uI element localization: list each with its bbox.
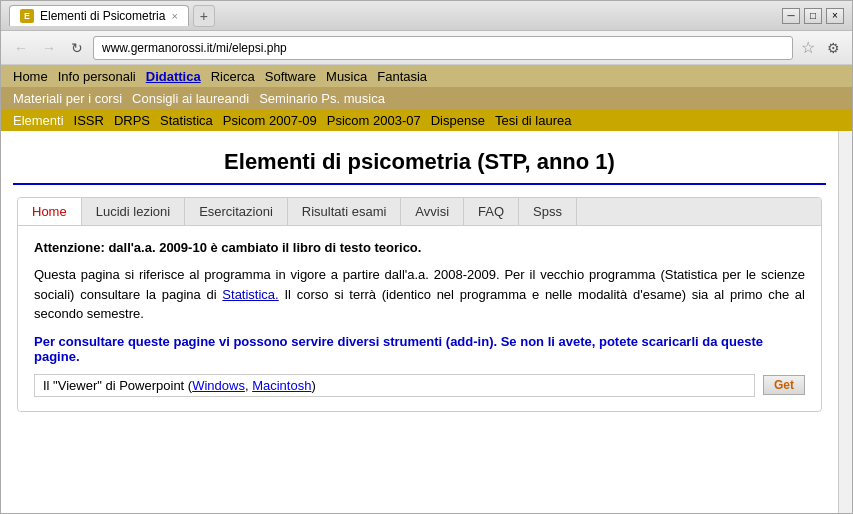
tab-title: Elementi di Psicometria xyxy=(40,9,165,23)
nav-elementi[interactable]: Elementi xyxy=(9,112,68,129)
browser-window: E Elementi di Psicometria × + ─ □ × ← → … xyxy=(0,0,853,514)
page-inner: Elementi di psicometria (STP, anno 1) Ho… xyxy=(1,131,838,420)
tab-lucidi[interactable]: Lucidi lezioni xyxy=(82,198,185,225)
new-tab-button[interactable]: + xyxy=(193,5,215,27)
content-wrapper: Elementi di psicometria (STP, anno 1) Ho… xyxy=(1,131,852,513)
get-button[interactable]: Get xyxy=(763,375,805,395)
restore-button[interactable]: □ xyxy=(804,8,822,24)
macintosh-link[interactable]: Macintosh xyxy=(252,378,311,393)
body-paragraph-1: Questa pagina si riferisce al programma … xyxy=(34,265,805,324)
back-button[interactable]: ← xyxy=(9,36,33,60)
refresh-button[interactable]: ↻ xyxy=(65,36,89,60)
tabs-container: Home Lucidi lezioni Esercitazioni Risult… xyxy=(17,197,822,412)
address-bar[interactable]: www.germanorossi.it/mi/elepsi.php xyxy=(93,36,793,60)
nav-info[interactable]: Info personali xyxy=(54,68,140,85)
nav-ricerca[interactable]: Ricerca xyxy=(207,68,259,85)
tab-close-btn[interactable]: × xyxy=(171,10,177,22)
nav-psicom0307[interactable]: Psicom 2003-07 xyxy=(323,112,425,129)
tab-home[interactable]: Home xyxy=(18,198,82,226)
nav-statistica[interactable]: Statistica xyxy=(156,112,217,129)
tab-favicon: E xyxy=(20,9,34,23)
page-content: Elementi di psicometria (STP, anno 1) Ho… xyxy=(1,131,838,513)
nav-bar-top: Home Info personali Didattica Ricerca So… xyxy=(1,65,852,87)
nav-drps[interactable]: DRPS xyxy=(110,112,154,129)
page-title: Elementi di psicometria (STP, anno 1) xyxy=(13,149,826,185)
nav-didattica[interactable]: Didattica xyxy=(142,68,205,85)
statistica-link[interactable]: Statistica. xyxy=(222,287,278,302)
title-bar: E Elementi di Psicometria × + ─ □ × xyxy=(1,1,852,31)
nav-bar-bot: Elementi ISSR DRPS Statistica Psicom 200… xyxy=(1,109,852,131)
download-cell: Il "Viewer" di Powerpoint (Windows, Maci… xyxy=(34,374,755,397)
nav-bar-mid: Materiali per i corsi Consigli ai laurea… xyxy=(1,87,852,109)
tab-home-content: Attenzione: dall'a.a. 2009-10 è cambiato… xyxy=(18,226,821,411)
tab-faq[interactable]: FAQ xyxy=(464,198,519,225)
bookmark-star-icon[interactable]: ☆ xyxy=(797,38,819,57)
nav-seminario[interactable]: Seminario Ps. musica xyxy=(255,90,389,107)
nav-software[interactable]: Software xyxy=(261,68,320,85)
minimize-button[interactable]: ─ xyxy=(782,8,800,24)
nav-home[interactable]: Home xyxy=(9,68,52,85)
nav-issr[interactable]: ISSR xyxy=(70,112,108,129)
wrench-icon[interactable]: ⚙ xyxy=(823,40,844,56)
tab-avvisi[interactable]: Avvisi xyxy=(401,198,464,225)
nav-musica[interactable]: Musica xyxy=(322,68,371,85)
attention-text: Attenzione: dall'a.a. 2009-10 è cambiato… xyxy=(34,240,805,255)
tab-spss[interactable]: Spss xyxy=(519,198,577,225)
windows-link[interactable]: Windows xyxy=(192,378,245,393)
download-row: Il "Viewer" di Powerpoint (Windows, Maci… xyxy=(34,374,805,397)
download-label: Il "Viewer" di Powerpoint ( xyxy=(43,378,192,393)
nav-tesi[interactable]: Tesi di laurea xyxy=(491,112,576,129)
forward-button[interactable]: → xyxy=(37,36,61,60)
nav-psicom0709[interactable]: Psicom 2007-09 xyxy=(219,112,321,129)
tab-esercitazioni[interactable]: Esercitazioni xyxy=(185,198,288,225)
scrollbar[interactable] xyxy=(838,131,852,513)
tabs-nav: Home Lucidi lezioni Esercitazioni Risult… xyxy=(18,198,821,226)
nav-dispense[interactable]: Dispense xyxy=(427,112,489,129)
browser-toolbar: ← → ↻ www.germanorossi.it/mi/elepsi.php … xyxy=(1,31,852,65)
nav-consigli[interactable]: Consigli ai laureandi xyxy=(128,90,253,107)
address-text: www.germanorossi.it/mi/elepsi.php xyxy=(102,41,287,55)
tab-risultati[interactable]: Risultati esami xyxy=(288,198,402,225)
close-button[interactable]: × xyxy=(826,8,844,24)
active-tab[interactable]: E Elementi di Psicometria × xyxy=(9,5,189,26)
blue-bold-text: Per consultare queste pagine vi possono … xyxy=(34,334,805,364)
nav-materiali[interactable]: Materiali per i corsi xyxy=(9,90,126,107)
window-controls: ─ □ × xyxy=(782,8,844,24)
download-close: ) xyxy=(311,378,315,393)
title-bar-left: E Elementi di Psicometria × + xyxy=(9,5,215,27)
nav-fantasia[interactable]: Fantasia xyxy=(373,68,431,85)
